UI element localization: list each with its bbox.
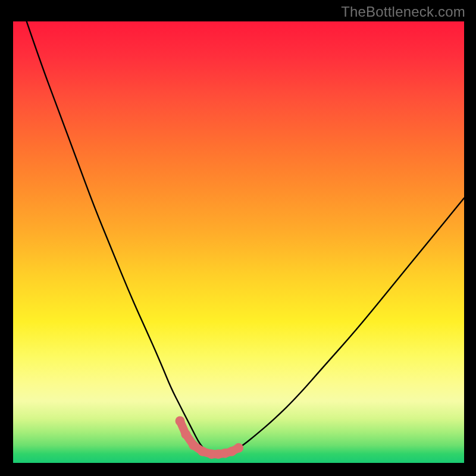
curve-layer <box>13 21 464 463</box>
plot-area <box>13 21 464 463</box>
watermark-text: TheBottleneck.com <box>341 4 465 20</box>
trough-markers-group <box>176 416 244 459</box>
trough-marker-dot <box>198 447 207 456</box>
trough-marker-dot <box>181 430 190 439</box>
bottleneck-curve-path <box>27 21 464 454</box>
trough-marker-dot <box>176 416 185 426</box>
trough-marker-dot <box>189 440 198 450</box>
chart-frame: TheBottleneck.com <box>0 0 476 476</box>
trough-marker-dot <box>234 443 243 453</box>
